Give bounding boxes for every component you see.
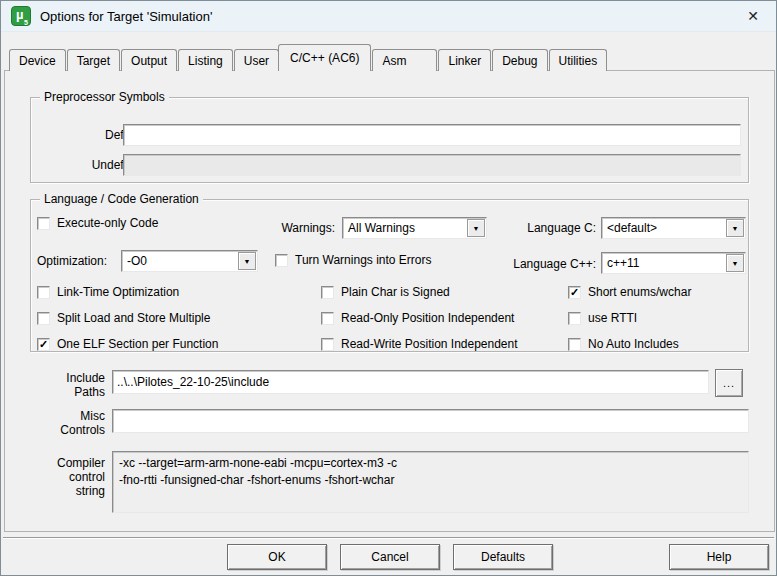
tab-page: Preprocessor Symbols Define: Undefine: L… — [4, 70, 775, 532]
use-rtti-label[interactable]: use RTTI — [588, 311, 637, 325]
execute-only-code-checkbox[interactable] — [37, 217, 50, 230]
language-cpp-combo-value: c++11 — [602, 256, 725, 270]
warnings-combo-value: All Warnings — [343, 221, 466, 235]
chevron-down-icon: ▼ — [473, 225, 480, 232]
optimization-combo-value: -O0 — [122, 254, 237, 268]
window-title: Options for Target 'Simulation' — [40, 9, 212, 24]
checkbox-no-auto-includes[interactable]: No Auto Includes — [568, 337, 679, 351]
misc-controls-input[interactable] — [112, 409, 749, 433]
options-dialog: µ 5 Options for Target 'Simulation' ✕ De… — [0, 0, 777, 576]
tab-device[interactable]: Device — [9, 49, 66, 71]
tab-utilities[interactable]: Utilities — [549, 49, 608, 71]
read-write-checkbox[interactable] — [321, 338, 334, 351]
group-preprocessor-symbols: Preprocessor Symbols Define: Undefine: — [30, 97, 749, 183]
defaults-button[interactable]: Defaults — [453, 544, 553, 570]
uvision-app-icon: µ 5 — [11, 6, 31, 26]
checkbox-execute-only-code[interactable]: Execute-only Code — [37, 216, 158, 230]
read-write-label[interactable]: Read-Write Position Independent — [341, 337, 518, 351]
checkbox-split-load-store[interactable]: Split Load and Store Multiple — [37, 311, 210, 325]
compiler-control-string[interactable]: -xc --target=arm-arm-none-eabi -mcpu=cor… — [112, 451, 749, 513]
uvision-icon-version: 5 — [24, 19, 28, 26]
use-rtti-checkbox[interactable] — [568, 312, 581, 325]
group-preprocessor-legend: Preprocessor Symbols — [40, 90, 169, 104]
language-c-combo[interactable]: <default> ▼ — [601, 217, 746, 239]
uvision-icon-glyph: µ — [16, 7, 24, 22]
checkbox-read-write-position-independent[interactable]: Read-Write Position Independent — [321, 337, 518, 351]
footer-separator — [3, 537, 774, 539]
one-elf-label[interactable]: One ELF Section per Function — [57, 337, 218, 351]
window-titlebar: µ 5 Options for Target 'Simulation' ✕ — [1, 1, 776, 32]
checkbox-plain-char-signed[interactable]: Plain Char is Signed — [321, 285, 450, 299]
compiler-control-label: Compiler control string — [45, 456, 105, 498]
language-cpp-combo[interactable]: c++11 ▼ — [601, 252, 746, 274]
read-only-label[interactable]: Read-Only Position Independent — [341, 311, 514, 325]
link-time-checkbox[interactable] — [37, 286, 50, 299]
execute-only-code-label[interactable]: Execute-only Code — [57, 216, 158, 230]
link-time-label[interactable]: Link-Time Optimization — [57, 285, 179, 299]
undefine-input — [123, 154, 741, 176]
checkbox-turn-warnings-into-errors[interactable]: Turn Warnings into Errors — [275, 253, 431, 267]
turn-warnings-label[interactable]: Turn Warnings into Errors — [295, 253, 431, 267]
split-load-checkbox[interactable] — [37, 312, 50, 325]
short-enums-label[interactable]: Short enums/wchar — [588, 285, 691, 299]
checkbox-short-enums-wchar[interactable]: ✓ Short enums/wchar — [568, 285, 691, 299]
group-language-code-generation: Language / Code Generation Execute-only … — [30, 199, 749, 352]
help-button[interactable]: Help — [669, 544, 769, 570]
tab-user[interactable]: User — [234, 49, 279, 71]
tab-linker[interactable]: Linker — [438, 49, 491, 71]
turn-warnings-checkbox[interactable] — [275, 254, 288, 267]
language-c-combo-value: <default> — [602, 221, 725, 235]
tab-strip: Device Target Output Listing User C/C++ … — [9, 45, 608, 71]
tab-c-cpp-ac6[interactable]: C/C++ (AC6) — [278, 44, 371, 71]
close-icon[interactable]: ✕ — [738, 4, 768, 28]
short-enums-checkbox[interactable]: ✓ — [568, 286, 581, 299]
chevron-down-icon: ▼ — [732, 225, 739, 232]
optimization-combo[interactable]: -O0 ▼ — [121, 250, 258, 272]
chevron-down-icon: ▼ — [732, 260, 739, 267]
tab-output[interactable]: Output — [121, 49, 177, 71]
tab-target[interactable]: Target — [67, 49, 120, 71]
checkbox-one-elf-section[interactable]: ✓ One ELF Section per Function — [37, 337, 218, 351]
plain-char-checkbox[interactable] — [321, 286, 334, 299]
optimization-label: Optimization: — [37, 254, 107, 268]
tab-listing[interactable]: Listing — [178, 49, 233, 71]
language-c-combo-button[interactable]: ▼ — [726, 219, 744, 237]
define-input[interactable] — [123, 124, 741, 146]
include-paths-input[interactable] — [112, 370, 709, 394]
cancel-button[interactable]: Cancel — [340, 544, 440, 570]
tab-debug[interactable]: Debug — [492, 49, 547, 71]
optimization-combo-button[interactable]: ▼ — [238, 252, 256, 270]
language-c-label: Language C: — [496, 221, 596, 235]
warnings-combo[interactable]: All Warnings ▼ — [342, 217, 487, 239]
no-auto-includes-label[interactable]: No Auto Includes — [588, 337, 679, 351]
read-only-checkbox[interactable] — [321, 312, 334, 325]
language-cpp-label: Language C++: — [486, 257, 596, 271]
one-elf-checkbox[interactable]: ✓ — [37, 338, 50, 351]
no-auto-includes-checkbox[interactable] — [568, 338, 581, 351]
checkbox-read-only-position-independent[interactable]: Read-Only Position Independent — [321, 311, 514, 325]
tab-asm[interactable]: Asm — [372, 49, 437, 71]
chevron-down-icon: ▼ — [244, 258, 251, 265]
browse-button[interactable]: ... — [715, 369, 743, 397]
checkbox-link-time-optimization[interactable]: Link-Time Optimization — [37, 285, 179, 299]
ok-button[interactable]: OK — [227, 544, 327, 570]
checkbox-use-rtti[interactable]: use RTTI — [568, 311, 637, 325]
plain-char-label[interactable]: Plain Char is Signed — [341, 285, 450, 299]
language-cpp-combo-button[interactable]: ▼ — [726, 254, 744, 272]
warnings-combo-button[interactable]: ▼ — [467, 219, 485, 237]
warnings-label: Warnings: — [235, 221, 335, 235]
group-language-legend: Language / Code Generation — [40, 192, 203, 206]
split-load-label[interactable]: Split Load and Store Multiple — [57, 311, 210, 325]
misc-controls-label: Misc Controls — [45, 409, 105, 437]
include-paths-label: Include Paths — [45, 371, 105, 399]
